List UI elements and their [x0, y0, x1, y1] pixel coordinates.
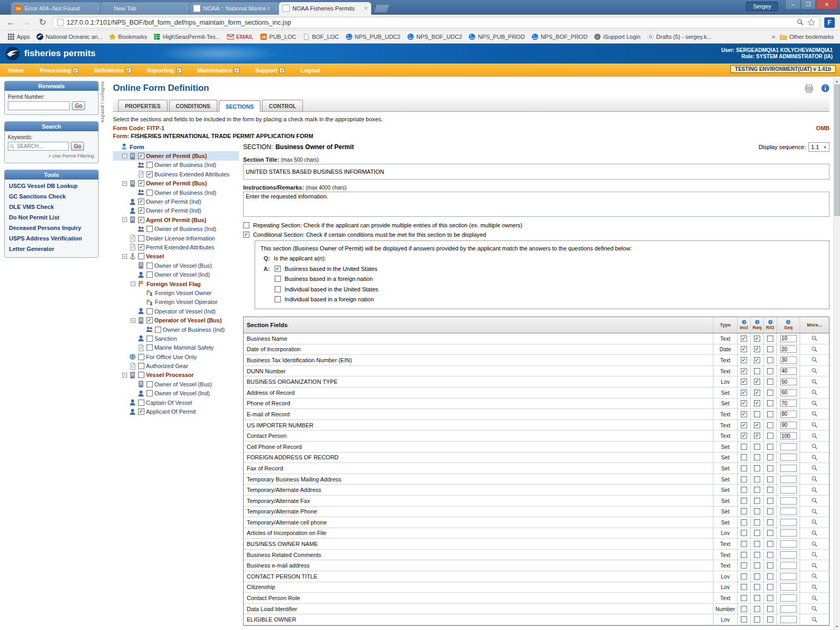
field-req-checkbox[interactable]: [754, 530, 760, 536]
field-req-checkbox[interactable]: ✓: [754, 335, 760, 342]
tree-item[interactable]: −✓Owner of Permit (Bus): [113, 151, 239, 160]
field-seq-input[interactable]: [780, 497, 797, 505]
tree-item[interactable]: Owner of Business (Ind): [113, 325, 239, 334]
field-ro-checkbox[interactable]: [767, 346, 773, 352]
bookmark-item[interactable]: iiSupport Login: [591, 32, 644, 41]
scrollbar-thumb[interactable]: [834, 85, 840, 216]
tree-item-checkbox[interactable]: [138, 354, 144, 360]
minimize-button[interactable]: –: [785, 0, 801, 9]
tree-expand-icon[interactable]: −: [122, 254, 127, 259]
magnifier-icon[interactable]: [811, 530, 818, 537]
bookmark-item[interactable]: NPS_PUB_UDC2: [342, 32, 404, 41]
display-sequence-select[interactable]: 1.1▼: [808, 142, 830, 152]
field-req-checkbox[interactable]: ✓: [754, 422, 760, 428]
tree-item[interactable]: Owner of Vessel (Bus): [113, 261, 239, 270]
field-req-checkbox[interactable]: [754, 562, 760, 569]
magnifier-icon[interactable]: [811, 368, 818, 374]
magnifier-icon[interactable]: [811, 476, 818, 482]
magnifier-icon[interactable]: [811, 595, 818, 602]
tree-item[interactable]: ✓Owner of Permit (Ind): [113, 206, 239, 215]
tool-link[interactable]: Letter Generator: [5, 244, 98, 254]
bookmark-item[interactable]: Bookmarks: [106, 32, 150, 41]
magnifier-icon[interactable]: [811, 465, 818, 471]
scroll-down-icon[interactable]: ▼: [835, 623, 839, 630]
magnifier-icon[interactable]: [811, 356, 818, 363]
field-ro-checkbox[interactable]: [767, 368, 773, 374]
tree-item[interactable]: Dealer License Information: [113, 234, 239, 243]
tree-item-checkbox[interactable]: [146, 308, 153, 314]
browser-tab[interactable]: NOAA Fisheries Permits×: [278, 2, 372, 15]
help-icon[interactable]: ?: [742, 320, 747, 324]
field-req-checkbox[interactable]: ✓: [754, 400, 760, 406]
field-seq-input[interactable]: [780, 335, 797, 342]
field-seq-input[interactable]: [780, 368, 797, 375]
field-incl-checkbox[interactable]: ✓: [741, 400, 747, 406]
field-seq-input[interactable]: [780, 400, 797, 407]
magnifier-icon[interactable]: [811, 411, 818, 417]
tree-item[interactable]: Operator of Vessel (Ind): [113, 307, 239, 316]
tree-item[interactable]: −✓Agent Of Permit (Bus): [113, 215, 239, 224]
tree-item-checkbox[interactable]: [146, 162, 153, 168]
tree-item-checkbox[interactable]: [138, 253, 144, 259]
info-icon[interactable]: [821, 84, 830, 92]
scrollbar[interactable]: ▲ ▼: [833, 78, 840, 630]
nav-item-logout[interactable]: Logout: [292, 64, 328, 77]
browser-tab[interactable]: 26Error 404--Not Found×: [10, 2, 104, 15]
tree-item-checkbox[interactable]: ✓: [138, 244, 144, 250]
field-seq-input[interactable]: [780, 583, 797, 591]
tool-link[interactable]: USPS Address Verification: [5, 233, 98, 244]
field-req-checkbox[interactable]: [754, 368, 760, 374]
other-bookmarks-button[interactable]: Other bookmarks: [780, 33, 836, 40]
nav-item-processing[interactable]: Processing✓: [32, 64, 86, 77]
tree-item-checkbox[interactable]: [155, 327, 161, 333]
answer-checkbox[interactable]: [275, 276, 281, 282]
tool-link[interactable]: Do Not Permit List: [5, 212, 98, 223]
field-incl-checkbox[interactable]: ✓: [741, 335, 747, 342]
maximize-button[interactable]: ❐: [801, 0, 816, 9]
bookmark-item[interactable]: BOF_LOC: [299, 32, 342, 41]
field-ro-checkbox[interactable]: [767, 584, 773, 590]
field-req-checkbox[interactable]: [754, 552, 760, 558]
tab-close-icon[interactable]: ×: [364, 5, 368, 12]
magnifier-icon[interactable]: [811, 379, 818, 385]
field-ro-checkbox[interactable]: [767, 390, 773, 396]
tab-close-icon[interactable]: ×: [275, 5, 278, 12]
field-req-checkbox[interactable]: [754, 487, 760, 493]
close-button[interactable]: ✕: [816, 0, 838, 9]
magnifier-icon[interactable]: [811, 519, 818, 526]
new-tab-button[interactable]: [373, 4, 390, 13]
field-incl-checkbox[interactable]: ✓: [741, 368, 747, 374]
field-req-checkbox[interactable]: [754, 454, 760, 460]
field-req-checkbox[interactable]: [754, 606, 760, 612]
field-seq-input[interactable]: [780, 422, 797, 429]
tree-item[interactable]: −✓Operator of Vessel (Bus): [113, 316, 239, 324]
tree-expand-icon[interactable]: −: [131, 318, 135, 323]
nav-item-maintenance[interactable]: Maintenance✓: [190, 64, 248, 77]
magnifier-icon[interactable]: [811, 400, 818, 407]
tree-item-checkbox[interactable]: [146, 381, 153, 387]
tree-item[interactable]: Owner of Vessel (Bus): [113, 380, 239, 388]
bookmark-item[interactable]: National Oceanic an...: [33, 32, 106, 41]
field-seq-input[interactable]: [780, 411, 797, 418]
bookmark-item[interactable]: 26PUB_LOC: [257, 32, 299, 41]
field-req-checkbox[interactable]: ✓: [754, 346, 760, 352]
tree-item[interactable]: Sanction: [113, 334, 239, 343]
tree-item-checkbox[interactable]: [146, 190, 153, 196]
field-ro-checkbox[interactable]: [767, 444, 773, 450]
field-incl-checkbox[interactable]: [741, 519, 747, 526]
field-incl-checkbox[interactable]: ✓: [741, 379, 747, 385]
field-incl-checkbox[interactable]: ✓: [741, 422, 747, 428]
permit-filtering-link[interactable]: > Use Permit Filtering: [8, 153, 95, 159]
conditional-section-checkbox[interactable]: ✓: [243, 232, 249, 238]
magnifier-icon[interactable]: [811, 443, 818, 450]
field-seq-input[interactable]: [780, 389, 797, 396]
zoom-icon[interactable]: [796, 18, 804, 26]
field-incl-checkbox[interactable]: ✓: [741, 433, 747, 439]
field-ro-checkbox[interactable]: [767, 562, 773, 569]
tab-close-icon[interactable]: ×: [185, 5, 189, 12]
bookmark-item[interactable]: HighSeasPermit-Tes...: [150, 32, 223, 41]
field-incl-checkbox[interactable]: [741, 573, 747, 580]
tree-expand-icon[interactable]: −: [131, 281, 135, 286]
magnifier-icon[interactable]: [811, 616, 818, 623]
magnifier-icon[interactable]: [811, 605, 818, 612]
